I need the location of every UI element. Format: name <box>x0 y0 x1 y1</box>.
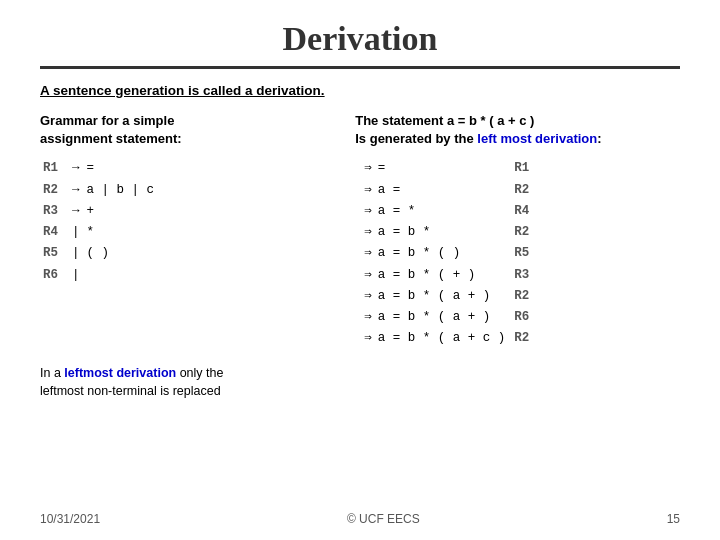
rule-lhs <box>62 180 69 201</box>
step-expr: a = * <box>375 201 512 222</box>
step-expr: a = b * ( + ) <box>375 265 512 286</box>
step-expr: a = b * ( ) <box>375 243 512 264</box>
rule-arrow: | <box>69 265 84 286</box>
step-darr: ⇒ <box>361 307 375 328</box>
grammar-rules: R1 → = R2 → a | b | c R3 → + R4 | * R5 |… <box>40 158 335 286</box>
derivation-steps: ⇒ = R1 ⇒ a = R2 ⇒ a = * R4 ⇒ a = b * R2 … <box>355 158 680 349</box>
step-darr: ⇒ <box>361 222 375 243</box>
grammar-rule-row: R4 | * <box>40 222 157 243</box>
rule-lhs <box>62 201 69 222</box>
rule-lhs <box>62 158 69 179</box>
derivation-step-row: ⇒ = R1 <box>355 158 532 179</box>
rule-num: R3 <box>40 201 62 222</box>
leftmost-note: In a leftmost derivation only the leftmo… <box>40 364 680 402</box>
step-expr: a = b * ( a + ) <box>375 286 512 307</box>
rule-rhs: * <box>84 222 158 243</box>
rule-lhs <box>62 222 69 243</box>
derivation-step-row: ⇒ a = b * ( ) R5 <box>355 243 532 264</box>
footer-page: 15 <box>667 512 680 526</box>
rule-num: R5 <box>40 243 62 264</box>
rule-rhs: + <box>84 201 158 222</box>
grammar-rule-row: R1 → = <box>40 158 157 179</box>
derivation-step-row: ⇒ a = R2 <box>355 180 532 201</box>
step-rule: R2 <box>511 286 532 307</box>
step-darr: ⇒ <box>361 243 375 264</box>
rule-rhs <box>84 265 158 286</box>
rule-num: R1 <box>40 158 62 179</box>
step-expr: a = <box>375 180 512 201</box>
rule-arrow: → <box>69 180 84 201</box>
step-rule: R1 <box>511 158 532 179</box>
footer: 10/31/2021 © UCF EECS 15 <box>40 512 680 526</box>
step-expr: a = b * ( a + c ) <box>375 328 512 349</box>
grammar-rule-row: R5 | ( ) <box>40 243 157 264</box>
rule-arrow: | <box>69 243 84 264</box>
derivation-step-row: ⇒ a = * R4 <box>355 201 532 222</box>
derivation-step-row: ⇒ a = b * ( a + c ) R2 <box>355 328 532 349</box>
rule-num: R6 <box>40 265 62 286</box>
rule-arrow: → <box>69 201 84 222</box>
footer-copyright: © UCF EECS <box>347 512 420 526</box>
step-rule: R2 <box>511 222 532 243</box>
slide-title: Derivation <box>40 20 680 58</box>
step-darr: ⇒ <box>361 265 375 286</box>
two-column-layout: Grammar for a simple assignment statemen… <box>40 112 680 350</box>
statement-header: The statement a = b * ( a + c ) Is gener… <box>355 112 680 148</box>
grammar-rule-row: R2 → a | b | c <box>40 180 157 201</box>
derivation-step-row: ⇒ a = b * ( a + ) R6 <box>355 307 532 328</box>
grammar-rule-row: R6 | <box>40 265 157 286</box>
step-darr: ⇒ <box>361 201 375 222</box>
step-darr: ⇒ <box>361 286 375 307</box>
rule-rhs: = <box>84 158 158 179</box>
slide: Derivation A sentence generation is call… <box>0 0 720 540</box>
rule-arrow: → <box>69 158 84 179</box>
step-rule: R2 <box>511 328 532 349</box>
rule-arrow: | <box>69 222 84 243</box>
left-column: Grammar for a simple assignment statemen… <box>40 112 335 350</box>
footer-date: 10/31/2021 <box>40 512 100 526</box>
step-darr: ⇒ <box>361 328 375 349</box>
step-expr: a = b * ( a + ) <box>375 307 512 328</box>
right-column: The statement a = b * ( a + c ) Is gener… <box>355 112 680 350</box>
step-darr: ⇒ <box>361 158 375 179</box>
subtitle: A sentence generation is called a deriva… <box>40 83 680 98</box>
rule-rhs: ( ) <box>84 243 158 264</box>
grammar-header: Grammar for a simple assignment statemen… <box>40 112 335 148</box>
step-rule: R6 <box>511 307 532 328</box>
derivation-step-row: ⇒ a = b * R2 <box>355 222 532 243</box>
step-rule: R3 <box>511 265 532 286</box>
step-rule: R4 <box>511 201 532 222</box>
rule-lhs <box>62 265 69 286</box>
rule-lhs <box>62 243 69 264</box>
step-rule: R2 <box>511 180 532 201</box>
step-expr: = <box>375 158 512 179</box>
step-darr: ⇒ <box>361 180 375 201</box>
rule-num: R2 <box>40 180 62 201</box>
rule-num: R4 <box>40 222 62 243</box>
derivation-step-row: ⇒ a = b * ( + ) R3 <box>355 265 532 286</box>
rule-rhs: a | b | c <box>84 180 158 201</box>
title-area: Derivation <box>40 20 680 69</box>
grammar-rule-row: R3 → + <box>40 201 157 222</box>
derivation-step-row: ⇒ a = b * ( a + ) R2 <box>355 286 532 307</box>
step-rule: R5 <box>511 243 532 264</box>
step-expr: a = b * <box>375 222 512 243</box>
